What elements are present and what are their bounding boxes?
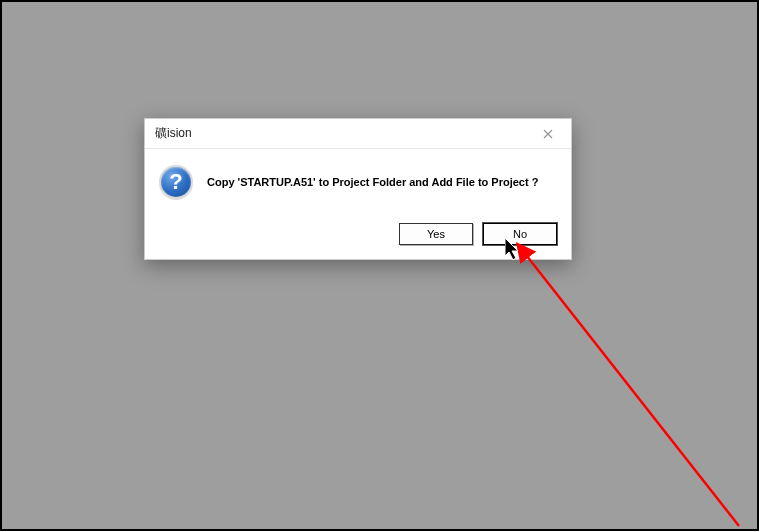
dialog-body: ? Copy 'STARTUP.A51' to Project Folder a… bbox=[145, 149, 571, 217]
confirmation-dialog: 礦ision ? Copy 'STARTUP.A51' to Project F… bbox=[144, 118, 572, 260]
dialog-title: 礦ision bbox=[155, 125, 192, 142]
no-button[interactable]: No bbox=[483, 223, 557, 245]
dialog-message: Copy 'STARTUP.A51' to Project Folder and… bbox=[207, 176, 538, 188]
dialog-titlebar[interactable]: 礦ision bbox=[145, 119, 571, 149]
dialog-button-row: Yes No bbox=[145, 217, 571, 259]
svg-line-3 bbox=[519, 246, 739, 526]
annotation-arrow bbox=[2, 2, 759, 531]
yes-button[interactable]: Yes bbox=[399, 223, 473, 245]
close-icon bbox=[543, 129, 553, 139]
question-icon: ? bbox=[159, 165, 193, 199]
close-button[interactable] bbox=[533, 123, 563, 145]
